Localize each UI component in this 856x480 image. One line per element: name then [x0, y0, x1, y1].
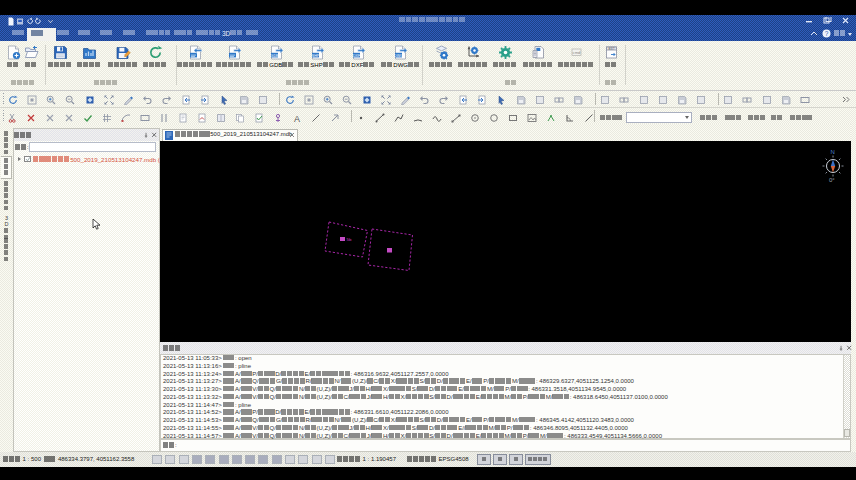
- svg-text:DXF: DXF: [352, 54, 360, 58]
- svg-text:0°: 0°: [829, 177, 835, 183]
- svg-text:?: ?: [825, 29, 829, 36]
- svg-text:cmd: cmd: [572, 50, 581, 55]
- svg-text:5b: 5b: [347, 237, 352, 242]
- svg-text:EXIT: EXIT: [608, 47, 615, 51]
- svg-text:N: N: [831, 149, 835, 155]
- svg-text:SHP: SHP: [311, 54, 319, 58]
- svg-text:A: A: [294, 114, 300, 123]
- svg-text:GDB: GDB: [270, 54, 278, 58]
- svg-text:DWG: DWG: [394, 54, 403, 58]
